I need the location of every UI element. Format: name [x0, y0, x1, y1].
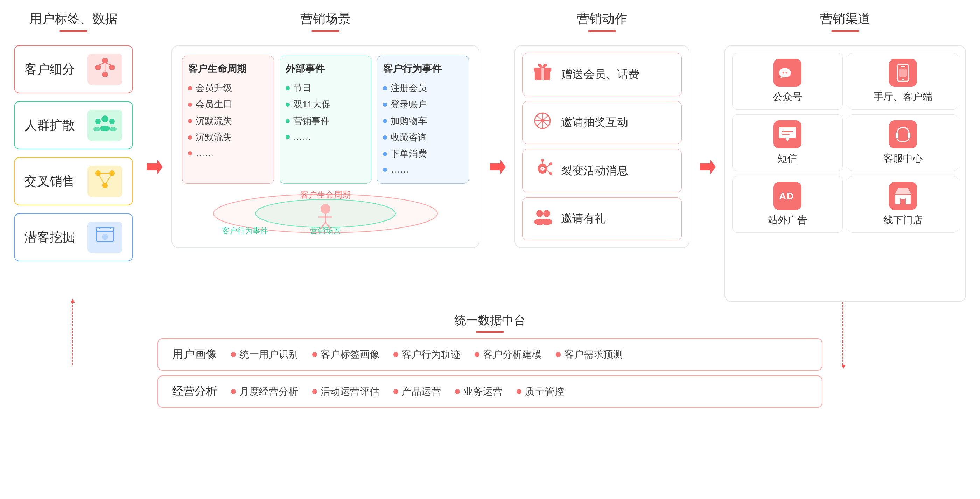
portrait-dot-2 — [393, 352, 398, 357]
portrait-dot-4 — [556, 352, 561, 357]
svg-point-7 — [102, 116, 108, 122]
channel-card-service: 客服中心 — [848, 114, 958, 171]
service-icon — [889, 120, 917, 148]
svg-text:营销场景: 营销场景 — [310, 226, 341, 235]
channel-label-service: 客服中心 — [883, 152, 923, 165]
behavior-dot-4 — [383, 152, 387, 156]
svg-rect-38 — [541, 68, 544, 80]
col3-header: 营销动作 — [514, 11, 689, 38]
cross-sell-icon — [94, 170, 116, 193]
gift-icon — [530, 63, 555, 86]
svg-point-9 — [109, 119, 115, 124]
behavior-item-5: …… — [383, 162, 463, 177]
business-dot-2 — [393, 389, 398, 394]
action-card-viral: 裂变活动消息 — [522, 149, 682, 192]
col-user-data: 用户标签、数据 客户细分 — [14, 11, 140, 302]
external-dot-1 — [286, 103, 290, 107]
user-card-crowd-icon-box — [88, 110, 123, 141]
svg-line-5 — [105, 63, 112, 65]
action-label-lottery: 邀请抽奖互动 — [561, 115, 628, 130]
channel-label-sms: 短信 — [778, 152, 797, 165]
svg-point-10 — [100, 126, 110, 131]
svg-line-18 — [105, 173, 112, 186]
scene-behavior-panel: 客户行为事件 注册会员 登录账户 加购物车 — [377, 56, 469, 184]
segmentation-icon — [94, 58, 116, 81]
user-card-crowd: 人群扩散 — [14, 101, 133, 149]
behavior-item-1: 登录账户 — [383, 96, 463, 113]
portrait-item-4: 客户需求预测 — [556, 348, 623, 361]
behavior-dot-5 — [383, 168, 387, 172]
svg-point-12 — [110, 127, 116, 131]
user-card-crowd-label: 人群扩散 — [24, 117, 75, 134]
lifecycle-dot-2 — [188, 119, 192, 123]
external-dot-2 — [286, 119, 290, 123]
store-icon — [889, 182, 917, 210]
scene-external-title: 外部事件 — [286, 62, 366, 76]
portrait-item-0: 统一用户识别 — [231, 348, 298, 361]
sms-icon — [773, 120, 802, 148]
external-dot-0 — [286, 86, 290, 90]
svg-rect-67 — [896, 133, 899, 138]
svg-rect-3 — [102, 72, 108, 76]
business-dot-3 — [455, 389, 460, 394]
svg-text:客户行为事件: 客户行为事件 — [222, 226, 268, 235]
channel-card-app: 手厅、客户端 — [848, 53, 958, 110]
svg-point-8 — [95, 119, 101, 124]
action-label-gift: 赠送会员、话费 — [561, 67, 640, 82]
external-item-1: 双11大促 — [286, 96, 366, 113]
external-item-2: 营销事件 — [286, 113, 366, 129]
action-card-gift: 赠送会员、话费 — [522, 53, 682, 96]
channel-label-ad: 站外广告 — [768, 213, 807, 227]
scene-grid: 客户生命周期 会员升级 会员生日 沉默流失 — [182, 56, 469, 184]
behavior-dot-3 — [383, 135, 387, 140]
svg-rect-73 — [901, 197, 905, 199]
scene-lifecycle-panel: 客户生命周期 会员升级 会员生日 沉默流失 — [182, 56, 274, 184]
business-item-2: 产品运营 — [393, 385, 441, 398]
svg-point-52 — [549, 162, 552, 165]
svg-rect-64 — [899, 69, 907, 76]
lifecycle-dot-3 — [188, 135, 192, 140]
portrait-dot-1 — [312, 352, 317, 357]
svg-rect-68 — [908, 133, 910, 138]
svg-point-63 — [902, 79, 904, 81]
lifecycle-dot-4 — [188, 151, 192, 156]
behavior-item-0: 注册会员 — [383, 80, 463, 96]
viral-icon — [530, 159, 555, 182]
data-row-user-portrait-title: 用户画像 — [172, 347, 217, 362]
business-item-3: 业务运营 — [455, 385, 503, 398]
behavior-item-2: 加购物车 — [383, 113, 463, 129]
lifecycle-diagram: 客户生命周期 客户行为事件 营销场景 — [182, 191, 469, 236]
invite-icon — [530, 207, 555, 230]
action-card-invite: 邀请有礼 — [522, 197, 682, 241]
svg-text:客户生命周期: 客户生命周期 — [300, 191, 351, 199]
user-card-cross-sell-label: 交叉销售 — [24, 173, 75, 190]
channel-label-store: 线下门店 — [883, 213, 923, 227]
col2-header: 营销场景 — [172, 11, 479, 38]
behavior-item-3: 收藏咨询 — [383, 129, 463, 146]
data-row-business-analysis: 经营分析 月度经营分析 活动运营评估 产品运营 — [158, 375, 822, 408]
col1-header: 用户标签、数据 — [14, 11, 133, 38]
dashed-arrow-right — [842, 302, 843, 365]
data-rows: 用户画像 统一用户识别 客户标签画像 客户行为轨迹 — [158, 338, 822, 408]
portrait-item-1: 客户标签画像 — [312, 348, 379, 361]
bottom-data-center: 统一数据中台 用户画像 统一用户识别 客户标签画像 客户行为轨迹 — [14, 313, 966, 408]
col4-header: 营销渠道 — [724, 11, 966, 38]
scene-lifecycle-title: 客户生命周期 — [188, 62, 268, 76]
data-row-business-title: 经营分析 — [172, 384, 217, 399]
svg-point-51 — [541, 159, 544, 162]
portrait-dot-3 — [475, 352, 479, 357]
svg-rect-2 — [109, 65, 115, 70]
external-dot-3 — [286, 135, 290, 139]
svg-rect-62 — [900, 66, 905, 67]
svg-line-49 — [547, 164, 550, 167]
user-card-prospect-label: 潜客挖掘 — [24, 229, 75, 246]
data-row-user-portrait: 用户画像 统一用户识别 客户标签画像 客户行为轨迹 — [158, 338, 822, 370]
svg-line-50 — [547, 171, 550, 173]
action-label-invite: 邀请有礼 — [561, 211, 606, 226]
external-item-3: …… — [286, 129, 366, 144]
business-item-4: 质量管控 — [517, 385, 564, 398]
action-label-viral: 裂变活动消息 — [561, 163, 628, 178]
user-card-cross-sell-icon-box — [88, 165, 123, 197]
col-marketing-channel: 营销渠道 公众号 — [721, 11, 966, 302]
user-cards-list: 客户细分 — [14, 45, 133, 261]
